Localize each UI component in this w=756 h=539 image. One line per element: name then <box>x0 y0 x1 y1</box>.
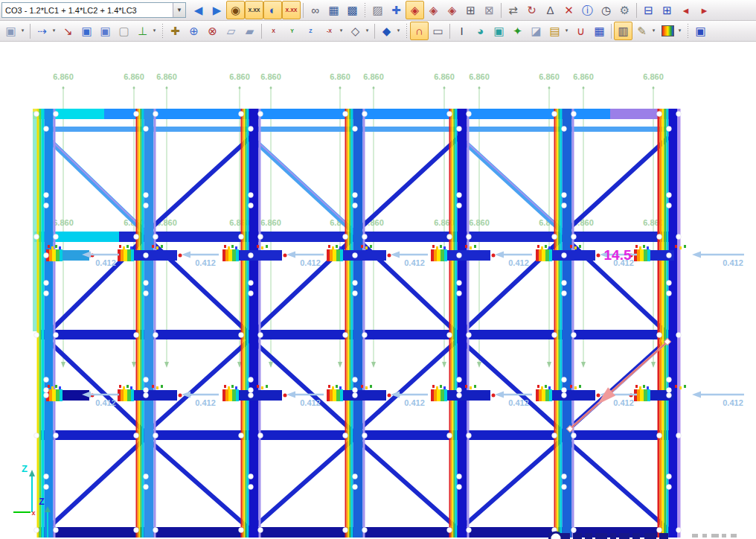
node-dot[interactable] <box>249 291 254 296</box>
control-panel-button[interactable]: ▥ <box>614 22 632 40</box>
rotate-view-button[interactable]: ↻ <box>522 1 541 19</box>
new-model-button[interactable]: ▣▾ <box>1 22 20 40</box>
node-dot[interactable] <box>239 433 244 438</box>
copy-member-button[interactable]: ▢ <box>115 22 133 40</box>
column[interactable] <box>669 109 678 538</box>
node-dot[interactable] <box>657 235 662 240</box>
node-dot[interactable] <box>676 333 682 338</box>
column[interactable] <box>243 109 244 538</box>
column[interactable] <box>244 109 246 538</box>
node-dot[interactable] <box>353 485 358 490</box>
show-margins-button[interactable]: ⊠ <box>480 1 499 19</box>
node-dot[interactable] <box>667 485 672 490</box>
show-result-values-button[interactable]: X.XX <box>245 1 263 19</box>
node-dot[interactable] <box>44 485 49 490</box>
fe-mesh-button[interactable]: ▨ <box>368 1 387 19</box>
node-dot[interactable] <box>457 388 462 393</box>
node-dot[interactable] <box>239 235 244 240</box>
node-dot[interactable] <box>562 291 567 296</box>
node-dot[interactable] <box>447 112 452 117</box>
node-dot[interactable] <box>34 112 39 117</box>
node-dot[interactable] <box>562 377 567 383</box>
node-dot[interactable] <box>467 112 472 117</box>
node-dot[interactable] <box>552 112 557 117</box>
column[interactable] <box>664 109 667 538</box>
node-dot[interactable] <box>144 377 149 383</box>
new-node-button[interactable]: ⇢▾ <box>33 22 51 40</box>
column[interactable] <box>139 109 141 538</box>
node-dot[interactable] <box>258 433 263 438</box>
node-dot[interactable] <box>362 235 368 240</box>
node-dot[interactable] <box>353 474 358 479</box>
node-dot[interactable] <box>54 112 59 117</box>
node-dot[interactable] <box>676 235 682 240</box>
node-dot[interactable] <box>44 388 49 393</box>
column[interactable] <box>246 109 247 538</box>
node-dot[interactable] <box>44 203 49 208</box>
column[interactable] <box>467 109 470 538</box>
node-dot[interactable] <box>249 203 254 208</box>
select-objects-button[interactable]: ✚ <box>166 22 185 40</box>
node-dot[interactable] <box>353 393 358 398</box>
node-dot[interactable] <box>447 528 452 533</box>
node-dot[interactable] <box>144 291 149 296</box>
member-diagrams-button[interactable]: ▦ <box>324 1 343 19</box>
node-dot[interactable] <box>153 235 158 240</box>
column[interactable] <box>144 109 154 538</box>
node-dot[interactable] <box>258 112 263 117</box>
column[interactable] <box>454 109 455 538</box>
show-grid-button[interactable]: ⊞ <box>461 1 480 19</box>
node-dot[interactable] <box>467 333 472 338</box>
column[interactable] <box>142 109 144 538</box>
node-dot[interactable] <box>562 388 567 393</box>
beam[interactable] <box>119 232 675 242</box>
node-dot[interactable] <box>258 333 263 338</box>
canvas-svg[interactable]: 6.8606.8606.8606.8606.8606.8606.8606.860… <box>0 42 756 539</box>
new-hinge-button[interactable]: ▣ <box>96 22 115 40</box>
node-dot[interactable] <box>667 377 672 383</box>
node-dot[interactable] <box>467 433 472 438</box>
options-gears-button[interactable]: ⚙ <box>615 1 634 19</box>
column[interactable] <box>452 109 454 538</box>
node-dot[interactable] <box>562 281 567 286</box>
zoom-in-button[interactable]: ⊕ <box>185 22 203 40</box>
result-tables-button[interactable]: ▦ <box>590 22 609 40</box>
column[interactable] <box>37 109 39 538</box>
node-dot[interactable] <box>353 281 358 286</box>
node-dot[interactable] <box>657 112 662 117</box>
member-curve-button[interactable]: ∪ <box>571 22 590 40</box>
node-dot[interactable] <box>153 528 158 533</box>
node-dot[interactable] <box>249 388 254 393</box>
view-angle-button[interactable]: ◇▾ <box>346 22 365 40</box>
node-dot[interactable] <box>457 485 462 490</box>
node-dot[interactable] <box>353 193 358 198</box>
import-table-button[interactable]: ⊟ <box>639 1 658 19</box>
node-dot[interactable] <box>571 433 577 438</box>
column[interactable] <box>241 109 243 538</box>
node-dot[interactable] <box>54 433 59 438</box>
beam-results-button[interactable]: I <box>452 22 471 40</box>
column[interactable] <box>572 109 574 538</box>
node-dot[interactable] <box>44 377 49 383</box>
node-dot[interactable] <box>44 193 49 198</box>
node-dot[interactable] <box>562 193 567 198</box>
column[interactable] <box>141 109 142 538</box>
node-dot[interactable] <box>353 203 358 208</box>
node-dot[interactable] <box>343 528 348 533</box>
view-minus-x-button-dropdown-icon[interactable]: ▾ <box>338 28 345 34</box>
column[interactable] <box>345 109 347 538</box>
node-dot[interactable] <box>34 433 39 438</box>
zoom-out-button[interactable]: ⊗ <box>203 22 222 40</box>
node-dot[interactable] <box>562 474 567 479</box>
node-dot[interactable] <box>249 253 254 258</box>
new-model-button-dropdown-icon[interactable]: ▾ <box>19 28 26 34</box>
moment-diagram-button[interactable]: ∩ <box>410 22 429 40</box>
load-combination-combo[interactable]: CO3 - 1.2*LC1 + 1.4*LC2 + 1.4*LC3 ▼ <box>1 2 186 18</box>
node-dot[interactable] <box>667 193 672 198</box>
node-dot[interactable] <box>562 253 567 258</box>
new-member-button[interactable]: ↘ <box>59 22 77 40</box>
column[interactable] <box>667 109 669 538</box>
node-dot[interactable] <box>676 528 682 533</box>
node-dot[interactable] <box>134 433 139 438</box>
column[interactable] <box>455 109 458 538</box>
